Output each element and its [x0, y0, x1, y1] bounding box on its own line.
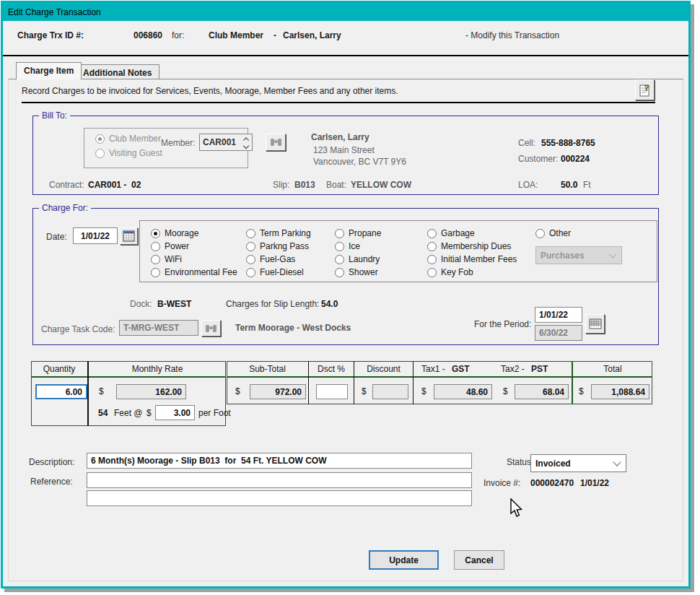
task-code-description: Term Moorage - West Docks	[235, 323, 351, 333]
radio-parkng-pass[interactable]: Parkng Pass	[246, 241, 309, 251]
slip-label: Slip:	[273, 180, 289, 190]
task-code-label: Charge Task Code:	[41, 324, 115, 334]
wifi-radio-icon	[151, 255, 160, 264]
per-foot-rate-input[interactable]	[155, 405, 195, 420]
rate-currency: $	[99, 386, 104, 396]
radio-garbage[interactable]: Garbage	[427, 228, 475, 238]
svg-text:?: ?	[644, 82, 649, 93]
header-divider	[3, 55, 688, 56]
purchases-chevron-icon	[608, 250, 616, 258]
invoice-date: 1/01/22	[580, 478, 609, 488]
col-tax2: PST	[531, 364, 548, 374]
description-input[interactable]	[87, 453, 472, 469]
update-button[interactable]: Update	[369, 550, 439, 570]
parkng-pass-radio-icon	[246, 242, 255, 251]
term-parking-radio-icon	[246, 229, 255, 238]
radio-laundry[interactable]: Laundry	[335, 254, 380, 264]
monthly-rate-input[interactable]	[116, 384, 186, 399]
radio-moorage[interactable]: Moorage	[151, 228, 198, 238]
title-bar[interactable]: Edit Charge Transaction	[3, 3, 688, 21]
help-button[interactable]: ?	[635, 79, 655, 100]
radio-term-parking[interactable]: Term Parking	[246, 228, 311, 238]
radio-key-fob[interactable]: Key Fob	[427, 267, 473, 277]
feet-value: 54	[98, 408, 108, 418]
radio-power[interactable]: Power	[151, 241, 189, 251]
cell-label: Cell:	[518, 138, 535, 148]
col-tax1: GST	[452, 364, 470, 374]
gst-input[interactable]	[434, 384, 492, 399]
radio-fuel-gas[interactable]: Fuel-Gas	[246, 254, 295, 264]
date-input[interactable]	[73, 227, 118, 244]
header-member-name: Carlsen, Larry	[283, 30, 341, 40]
header-member-type: Club Member	[209, 30, 263, 40]
charge-for-group: Charge For: Date: Moorage Power WiFi E	[32, 208, 659, 345]
member-search-button[interactable]	[266, 134, 286, 151]
radio-visiting-guest[interactable]: Visiting Guest	[95, 148, 162, 158]
radio-club-member[interactable]: Club Member	[95, 134, 161, 144]
tab-additional-notes[interactable]: Additional Notes	[75, 64, 159, 79]
radio-wifi[interactable]: WiFi	[151, 254, 182, 264]
visiting-guest-radio-icon	[95, 149, 105, 158]
feet-label: Feet @	[114, 408, 143, 418]
calendar-icon	[123, 230, 135, 242]
environmental-fee-radio-icon	[151, 268, 160, 277]
subtotal-currency: $	[235, 386, 240, 396]
discount-currency: $	[362, 386, 367, 396]
initial-member-fees-radio-icon	[427, 255, 437, 264]
status-select[interactable]: Invoiced	[530, 454, 626, 472]
period-end-input[interactable]	[535, 325, 582, 341]
per-foot-label: per Foot	[198, 408, 231, 418]
radio-environmental-fee[interactable]: Environmental Fee	[151, 267, 237, 277]
radio-shower[interactable]: Shower	[335, 267, 378, 277]
radio-propane[interactable]: Propane	[335, 228, 381, 238]
discount-input[interactable]	[372, 384, 408, 399]
mouse-cursor-icon	[508, 498, 524, 518]
cancel-button[interactable]: Cancel	[454, 550, 504, 570]
cell-value: 555-888-8765	[541, 138, 595, 148]
divider-discount-tax	[413, 361, 414, 404]
period-label: For the Period:	[474, 319, 531, 329]
shower-radio-icon	[335, 268, 344, 277]
instruction-text: Record Charges to be invoiced for Servic…	[22, 86, 398, 96]
customer-label: Customer:	[518, 154, 558, 164]
other-radio-icon	[535, 229, 545, 238]
period-calendar-button[interactable]	[585, 314, 605, 334]
dsct-input[interactable]	[316, 384, 348, 399]
moorage-radio-icon	[151, 229, 160, 238]
radio-other[interactable]: Other	[535, 228, 571, 238]
radio-initial-member-fees[interactable]: Initial Member Fees	[427, 254, 517, 264]
radio-membership-dues[interactable]: Membership Dues	[427, 241, 511, 251]
table-header-underline-left	[31, 376, 226, 378]
total-input[interactable]	[591, 384, 649, 399]
sub-total-input[interactable]	[250, 384, 306, 399]
header-mode-note: - Modify this Transaction	[465, 30, 559, 40]
member-code-combobox[interactable]: CAR001	[199, 134, 253, 151]
radio-fuel-diesel[interactable]: Fuel-Diesel	[246, 267, 304, 277]
reference-input[interactable]	[87, 472, 472, 488]
slip-length-label: Charges for Slip Length:	[226, 299, 319, 309]
col-monthly-rate: Monthly Rate	[89, 364, 226, 374]
member-spinner[interactable]	[242, 137, 252, 148]
invoice-label: Invoice #:	[484, 478, 520, 488]
billto-address1: 123 Main Street	[313, 145, 375, 155]
tab-charge-item[interactable]: Charge Item	[16, 62, 82, 79]
task-code-input[interactable]	[119, 320, 198, 336]
note-input[interactable]	[87, 490, 472, 506]
pst-currency: $	[503, 386, 508, 396]
fuel-gas-radio-icon	[246, 255, 255, 264]
quantity-input[interactable]	[35, 384, 87, 399]
date-label: Date:	[46, 232, 67, 242]
status-chevron-icon	[613, 458, 621, 466]
period-start-input[interactable]	[535, 307, 582, 323]
boat-value: YELLOW COW	[351, 180, 411, 190]
customer-value: 000224	[561, 154, 590, 164]
trx-id-value: 006860	[134, 30, 162, 40]
calendar-grid-icon	[589, 318, 602, 329]
date-calendar-button[interactable]	[120, 227, 138, 245]
task-code-search-button[interactable]	[201, 320, 221, 336]
purchases-select[interactable]: Purchases	[535, 246, 622, 264]
table-header-underline-right	[227, 376, 652, 378]
pst-input[interactable]	[515, 384, 569, 399]
instruction-divider	[22, 102, 655, 103]
radio-ice[interactable]: Ice	[335, 241, 360, 251]
